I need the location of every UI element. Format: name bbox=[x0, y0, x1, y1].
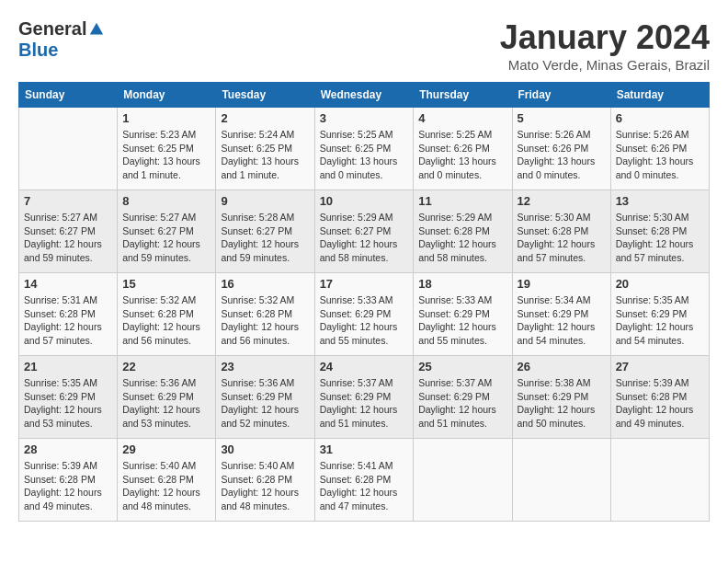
calendar-cell: 10Sunrise: 5:29 AMSunset: 6:27 PMDayligh… bbox=[314, 190, 414, 273]
day-number: 6 bbox=[616, 111, 704, 125]
day-info: Sunrise: 5:32 AMSunset: 6:28 PMDaylight:… bbox=[122, 293, 210, 348]
calendar-week-row: 7Sunrise: 5:27 AMSunset: 6:27 PMDaylight… bbox=[19, 190, 710, 273]
calendar-table: SundayMondayTuesdayWednesdayThursdayFrid… bbox=[18, 82, 710, 522]
calendar-cell: 21Sunrise: 5:35 AMSunset: 6:29 PMDayligh… bbox=[19, 356, 118, 439]
day-number: 5 bbox=[518, 111, 606, 125]
header-row: SundayMondayTuesdayWednesdayThursdayFrid… bbox=[19, 83, 710, 108]
calendar-cell: 17Sunrise: 5:33 AMSunset: 6:29 PMDayligh… bbox=[314, 273, 414, 356]
day-number: 3 bbox=[320, 111, 409, 125]
day-number: 7 bbox=[24, 194, 112, 208]
calendar-week-row: 21Sunrise: 5:35 AMSunset: 6:29 PMDayligh… bbox=[19, 356, 710, 439]
calendar-cell: 13Sunrise: 5:30 AMSunset: 6:28 PMDayligh… bbox=[610, 190, 709, 273]
page-header: General Blue January 2024 Mato Verde, Mi… bbox=[18, 18, 710, 73]
day-number: 15 bbox=[122, 277, 210, 291]
calendar-cell: 22Sunrise: 5:36 AMSunset: 6:29 PMDayligh… bbox=[118, 356, 216, 439]
calendar-cell: 12Sunrise: 5:30 AMSunset: 6:28 PMDayligh… bbox=[512, 190, 610, 273]
day-info: Sunrise: 5:29 AMSunset: 6:28 PMDaylight:… bbox=[418, 211, 506, 265]
header-day: Thursday bbox=[414, 83, 512, 108]
title-section: January 2024 Mato Verde, Minas Gerais, B… bbox=[500, 18, 710, 73]
header-day: Friday bbox=[512, 83, 610, 108]
header-day: Sunday bbox=[19, 83, 118, 108]
day-info: Sunrise: 5:27 AMSunset: 6:27 PMDaylight:… bbox=[24, 211, 112, 265]
day-number: 14 bbox=[24, 277, 112, 291]
day-info: Sunrise: 5:30 AMSunset: 6:28 PMDaylight:… bbox=[616, 211, 704, 265]
calendar-cell: 8Sunrise: 5:27 AMSunset: 6:27 PMDaylight… bbox=[118, 190, 216, 273]
logo: General Blue bbox=[18, 18, 105, 61]
calendar-cell: 3Sunrise: 5:25 AMSunset: 6:25 PMDaylight… bbox=[314, 108, 414, 190]
calendar-cell: 31Sunrise: 5:41 AMSunset: 6:28 PMDayligh… bbox=[314, 439, 414, 522]
day-info: Sunrise: 5:31 AMSunset: 6:28 PMDaylight:… bbox=[24, 293, 112, 348]
day-info: Sunrise: 5:26 AMSunset: 6:26 PMDaylight:… bbox=[616, 128, 704, 182]
day-number: 17 bbox=[320, 277, 409, 291]
day-number: 29 bbox=[122, 442, 210, 456]
day-number: 28 bbox=[24, 442, 112, 456]
day-info: Sunrise: 5:36 AMSunset: 6:29 PMDaylight:… bbox=[122, 376, 210, 431]
day-number: 21 bbox=[24, 360, 112, 373]
location: Mato Verde, Minas Gerais, Brazil bbox=[500, 57, 710, 73]
day-number: 9 bbox=[221, 194, 309, 208]
day-info: Sunrise: 5:39 AMSunset: 6:28 PMDaylight:… bbox=[616, 376, 704, 431]
calendar-cell bbox=[19, 108, 118, 190]
calendar-cell: 26Sunrise: 5:38 AMSunset: 6:29 PMDayligh… bbox=[512, 356, 610, 439]
day-number: 20 bbox=[616, 277, 704, 291]
calendar-week-row: 14Sunrise: 5:31 AMSunset: 6:28 PMDayligh… bbox=[19, 273, 710, 356]
day-number: 27 bbox=[616, 360, 704, 373]
day-number: 13 bbox=[616, 194, 704, 208]
day-number: 25 bbox=[418, 360, 506, 373]
day-info: Sunrise: 5:28 AMSunset: 6:27 PMDaylight:… bbox=[221, 211, 309, 265]
calendar-cell: 16Sunrise: 5:32 AMSunset: 6:28 PMDayligh… bbox=[216, 273, 314, 356]
calendar-cell: 6Sunrise: 5:26 AMSunset: 6:26 PMDaylight… bbox=[610, 108, 709, 190]
month-title: January 2024 bbox=[500, 18, 710, 57]
calendar-cell: 15Sunrise: 5:32 AMSunset: 6:28 PMDayligh… bbox=[118, 273, 216, 356]
day-number: 4 bbox=[418, 111, 506, 125]
svg-marker-0 bbox=[90, 22, 103, 34]
day-info: Sunrise: 5:33 AMSunset: 6:29 PMDaylight:… bbox=[320, 293, 409, 348]
day-number: 11 bbox=[418, 194, 506, 208]
header-day: Tuesday bbox=[216, 83, 314, 108]
day-number: 8 bbox=[122, 194, 210, 208]
calendar-cell: 5Sunrise: 5:26 AMSunset: 6:26 PMDaylight… bbox=[512, 108, 610, 190]
calendar-cell: 11Sunrise: 5:29 AMSunset: 6:28 PMDayligh… bbox=[414, 190, 512, 273]
day-number: 19 bbox=[518, 277, 606, 291]
day-info: Sunrise: 5:32 AMSunset: 6:28 PMDaylight:… bbox=[221, 293, 309, 348]
header-day: Wednesday bbox=[314, 83, 414, 108]
calendar-cell bbox=[610, 439, 709, 522]
calendar-cell: 29Sunrise: 5:40 AMSunset: 6:28 PMDayligh… bbox=[118, 439, 216, 522]
day-info: Sunrise: 5:38 AMSunset: 6:29 PMDaylight:… bbox=[518, 376, 606, 431]
calendar-cell bbox=[414, 439, 512, 522]
day-info: Sunrise: 5:34 AMSunset: 6:29 PMDaylight:… bbox=[518, 293, 606, 348]
day-number: 2 bbox=[221, 111, 309, 125]
day-number: 16 bbox=[221, 277, 309, 291]
day-info: Sunrise: 5:26 AMSunset: 6:26 PMDaylight:… bbox=[518, 128, 606, 182]
calendar-week-row: 28Sunrise: 5:39 AMSunset: 6:28 PMDayligh… bbox=[19, 439, 710, 522]
day-info: Sunrise: 5:41 AMSunset: 6:28 PMDaylight:… bbox=[320, 459, 409, 513]
day-info: Sunrise: 5:27 AMSunset: 6:27 PMDaylight:… bbox=[122, 211, 210, 265]
calendar-cell: 23Sunrise: 5:36 AMSunset: 6:29 PMDayligh… bbox=[216, 356, 314, 439]
calendar-cell: 1Sunrise: 5:23 AMSunset: 6:25 PMDaylight… bbox=[118, 108, 216, 190]
day-info: Sunrise: 5:36 AMSunset: 6:29 PMDaylight:… bbox=[221, 376, 309, 431]
header-day: Saturday bbox=[610, 83, 709, 108]
day-info: Sunrise: 5:29 AMSunset: 6:27 PMDaylight:… bbox=[320, 211, 409, 265]
day-number: 18 bbox=[418, 277, 506, 291]
calendar-cell bbox=[512, 439, 610, 522]
day-info: Sunrise: 5:25 AMSunset: 6:26 PMDaylight:… bbox=[418, 128, 506, 182]
day-info: Sunrise: 5:24 AMSunset: 6:25 PMDaylight:… bbox=[221, 128, 309, 182]
day-number: 31 bbox=[320, 442, 409, 456]
day-info: Sunrise: 5:39 AMSunset: 6:28 PMDaylight:… bbox=[24, 459, 112, 513]
header-day: Monday bbox=[118, 83, 216, 108]
logo-icon bbox=[88, 21, 105, 38]
calendar-cell: 28Sunrise: 5:39 AMSunset: 6:28 PMDayligh… bbox=[19, 439, 118, 522]
calendar-cell: 2Sunrise: 5:24 AMSunset: 6:25 PMDaylight… bbox=[216, 108, 314, 190]
day-info: Sunrise: 5:40 AMSunset: 6:28 PMDaylight:… bbox=[122, 459, 210, 513]
day-info: Sunrise: 5:23 AMSunset: 6:25 PMDaylight:… bbox=[122, 128, 210, 182]
calendar-cell: 20Sunrise: 5:35 AMSunset: 6:29 PMDayligh… bbox=[610, 273, 709, 356]
day-info: Sunrise: 5:33 AMSunset: 6:29 PMDaylight:… bbox=[418, 293, 506, 348]
day-number: 24 bbox=[320, 360, 409, 373]
calendar-cell: 9Sunrise: 5:28 AMSunset: 6:27 PMDaylight… bbox=[216, 190, 314, 273]
logo-general-text: General bbox=[18, 18, 86, 40]
day-number: 30 bbox=[221, 442, 309, 456]
day-info: Sunrise: 5:40 AMSunset: 6:28 PMDaylight:… bbox=[221, 459, 309, 513]
calendar-cell: 7Sunrise: 5:27 AMSunset: 6:27 PMDaylight… bbox=[19, 190, 118, 273]
day-number: 26 bbox=[518, 360, 606, 373]
logo-blue-text: Blue bbox=[18, 40, 58, 61]
